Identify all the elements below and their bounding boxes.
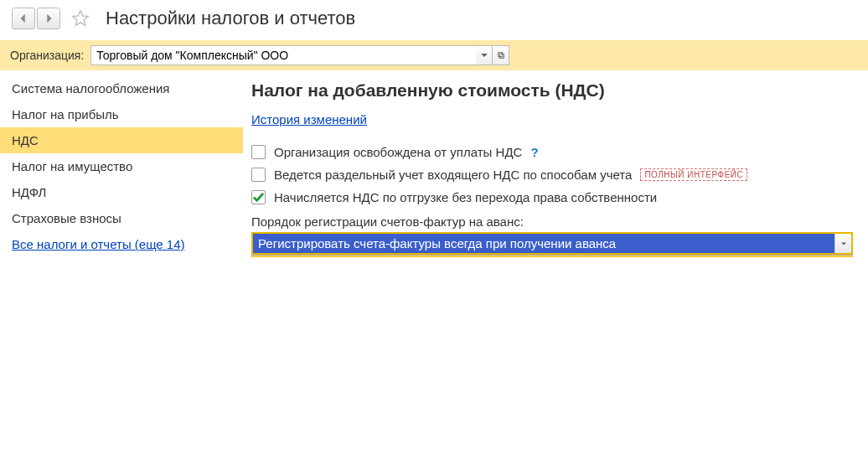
toolbar: Настройки налогов и отчетов	[0, 0, 868, 37]
select-dropdown: Регистрировать счета-фактуры всегда при …	[251, 255, 853, 257]
main-title: Налог на добавленную стоимость (НДС)	[251, 80, 853, 101]
organization-bar: Организация:	[0, 40, 868, 70]
sidebar-item-tax-system[interactable]: Система налогообложения	[0, 75, 243, 101]
checkbox-exempt[interactable]	[251, 145, 266, 159]
svg-rect-1	[499, 54, 504, 58]
organization-open-button[interactable]	[493, 45, 509, 65]
svg-rect-0	[498, 53, 502, 57]
favorite-icon[interactable]	[69, 7, 92, 30]
checkbox-separate-label: Ведется раздельный учет входящего НДС по…	[274, 168, 632, 182]
organization-dropdown-button[interactable]	[476, 45, 493, 65]
sidebar-item-profit-tax[interactable]: Налог на прибыль	[0, 101, 243, 127]
sidebar-item-ndfl[interactable]: НДФЛ	[0, 179, 243, 205]
organization-label: Организация:	[10, 49, 84, 62]
page-title: Настройки налогов и отчетов	[106, 8, 355, 29]
sidebar-item-property-tax[interactable]: Налог на имущество	[0, 153, 243, 179]
main-panel: Налог на добавленную стоимость (НДС) Ист…	[243, 70, 868, 257]
back-button[interactable]	[12, 8, 35, 29]
forward-button[interactable]	[37, 8, 60, 29]
checkbox-shipment-label: Начисляется НДС по отгрузке без перехода…	[274, 190, 657, 204]
select-label: Порядок регистрации счетов-фактур на ава…	[251, 214, 853, 229]
check-row-shipment: Начисляется НДС по отгрузке без перехода…	[251, 190, 853, 204]
checkbox-separate[interactable]	[251, 168, 266, 182]
checkbox-exempt-label: Организация освобождена от уплаты НДС	[274, 145, 522, 159]
chevron-down-icon[interactable]	[834, 234, 851, 253]
check-row-separate: Ведется раздельный учет входящего НДС по…	[251, 168, 853, 182]
select-value: Регистрировать счета-фактуры всегда при …	[253, 234, 834, 253]
organization-input[interactable]	[90, 45, 476, 65]
full-interface-badge: ПОЛНЫЙ ИНТЕРФЕЙС	[640, 168, 747, 181]
history-link[interactable]: История изменений	[251, 112, 367, 127]
sidebar-all-taxes-link[interactable]: Все налоги и отчеты (еще 14)	[0, 231, 243, 257]
sidebar-item-vat[interactable]: НДС	[0, 127, 243, 153]
organization-field	[90, 45, 509, 65]
select-box[interactable]: Регистрировать счета-фактуры всегда при …	[251, 232, 853, 255]
sidebar: Система налогообложения Налог на прибыль…	[0, 70, 243, 257]
checkbox-shipment[interactable]	[251, 190, 266, 204]
invoice-registration-select: Регистрировать счета-фактуры всегда при …	[251, 232, 853, 255]
nav-group	[12, 8, 60, 29]
sidebar-item-insurance[interactable]: Страховые взносы	[0, 205, 243, 231]
help-icon[interactable]: ?	[530, 145, 538, 159]
check-row-exempt: Организация освобождена от уплаты НДС ?	[251, 145, 853, 159]
dropdown-option-0[interactable]: Регистрировать счета-фактуры всегда при …	[252, 256, 852, 257]
